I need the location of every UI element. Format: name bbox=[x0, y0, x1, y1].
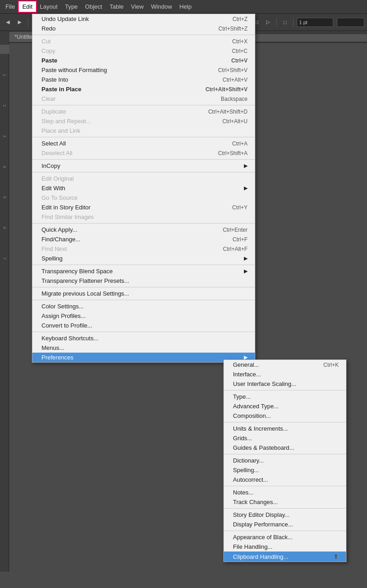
menu-edit-with[interactable]: Edit With ▶ bbox=[32, 183, 255, 193]
pref-interface[interactable]: Interface... bbox=[224, 369, 346, 379]
menu-convert-profile[interactable]: Convert to Profile... bbox=[32, 321, 255, 330]
pref-autocorrect[interactable]: Autocorrect... bbox=[224, 475, 346, 484]
toolbar-icon-8[interactable]: □ bbox=[280, 17, 290, 27]
pref-interface-label: Interface... bbox=[233, 371, 261, 378]
color-swatch[interactable] bbox=[337, 18, 364, 27]
pref-units[interactable]: Units & Increments... bbox=[224, 424, 346, 433]
menubar-window[interactable]: Window bbox=[147, 1, 176, 12]
toolbar-sep-5 bbox=[293, 18, 294, 27]
menu-incopy[interactable]: InCopy ▶ bbox=[32, 161, 255, 171]
menu-select-all[interactable]: Select All Ctrl+A bbox=[32, 139, 255, 148]
menubar-help[interactable]: Help bbox=[176, 1, 195, 12]
menu-edit-original[interactable]: Edit Original bbox=[32, 174, 255, 183]
menu-paste[interactable]: Paste Ctrl+V bbox=[32, 56, 255, 65]
pref-display-perf[interactable]: Display Performance... bbox=[224, 520, 346, 529]
menu-deselect-all[interactable]: Deselect All Ctrl+Shift+A bbox=[32, 148, 255, 158]
pref-general-shortcut: Ctrl+K bbox=[323, 362, 339, 368]
menu-edit-story-label: Edit in Story Editor bbox=[41, 204, 91, 211]
toolbar-sep-1 bbox=[28, 18, 28, 27]
pref-spelling-label: Spelling... bbox=[233, 467, 259, 474]
pref-track-changes[interactable]: Track Changes... bbox=[224, 497, 346, 507]
menu-find-change[interactable]: Find/Change... Ctrl+F bbox=[32, 234, 255, 244]
menu-copy-label: Copy bbox=[41, 47, 55, 54]
menu-cut[interactable]: Cut Ctrl+X bbox=[32, 36, 255, 46]
pref-sep1 bbox=[224, 390, 346, 390]
menu-find-next[interactable]: Find Next Ctrl+Alt+F bbox=[32, 244, 255, 254]
menu-undo[interactable]: Undo Update Link Ctrl+Z bbox=[32, 14, 255, 24]
left-sidebar: 1 2 3 4 5 6 7 bbox=[0, 43, 9, 572]
toolbar-icon-7[interactable]: ▷ bbox=[263, 17, 273, 27]
menu-assign-profiles[interactable]: Assign Profiles... bbox=[32, 311, 255, 321]
menu-paste-no-format[interactable]: Paste without Formatting Ctrl+Shift+V bbox=[32, 65, 255, 75]
ruler-vertical-label-6: 6 bbox=[2, 227, 7, 229]
menu-copy[interactable]: Copy Ctrl+C bbox=[32, 46, 255, 56]
menu-incopy-label: InCopy bbox=[41, 162, 60, 169]
menu-duplicate[interactable]: Duplicate Ctrl+Alt+Shift+D bbox=[32, 107, 255, 116]
pref-composition[interactable]: Composition... bbox=[224, 411, 346, 421]
menu-menus[interactable]: Menus... bbox=[32, 343, 255, 353]
menu-edit-story[interactable]: Edit in Story Editor Ctrl+Y bbox=[32, 203, 255, 212]
menu-go-to-source-label: Go To Source bbox=[41, 194, 78, 201]
toolbar-icon-2[interactable]: ▶ bbox=[15, 17, 25, 27]
menubar-view[interactable]: View bbox=[127, 1, 147, 12]
menu-undo-label: Undo Update Link bbox=[41, 16, 89, 22]
menubar-type[interactable]: Type bbox=[61, 1, 81, 12]
menu-quick-apply[interactable]: Quick Apply... Ctrl+Enter bbox=[32, 225, 255, 234]
menu-step-repeat[interactable]: Step and Repeat... Ctrl+Alt+U bbox=[32, 116, 255, 126]
menu-preferences[interactable]: Preferences ▶ bbox=[32, 353, 255, 362]
menu-go-to-source[interactable]: Go To Source bbox=[32, 193, 255, 203]
pref-advanced-type-label: Advanced Type... bbox=[233, 403, 279, 410]
pref-ui-scaling[interactable]: User Interface Scaling... bbox=[224, 379, 346, 389]
menubar-object[interactable]: Object bbox=[82, 1, 106, 12]
pref-file-handling[interactable]: File Handling... bbox=[224, 542, 346, 552]
menu-find-next-label: Find Next bbox=[41, 245, 67, 252]
menu-spelling[interactable]: Spelling ▶ bbox=[32, 254, 255, 263]
pref-story-editor-label: Story Editor Display... bbox=[233, 511, 289, 518]
trans-blend-arrow-icon: ▶ bbox=[244, 268, 248, 274]
toolbar-icon-1[interactable]: ◀ bbox=[3, 17, 13, 27]
incopy-arrow-icon: ▶ bbox=[244, 163, 248, 169]
pref-dictionary[interactable]: Dictionary... bbox=[224, 456, 346, 465]
menu-color-settings[interactable]: Color Settings... bbox=[32, 302, 255, 311]
menu-clear[interactable]: Clear Backspace bbox=[32, 94, 255, 104]
menu-keyboard[interactable]: Keyboard Shortcuts... bbox=[32, 333, 255, 343]
menu-migrate[interactable]: Migrate previous Local Settings... bbox=[32, 289, 255, 298]
menubar-layout[interactable]: Layout bbox=[36, 1, 61, 12]
menu-trans-blend-label: Transparency Blend Space bbox=[41, 268, 113, 275]
pref-spelling[interactable]: Spelling... bbox=[224, 465, 346, 475]
pref-ui-scaling-label: User Interface Scaling... bbox=[233, 380, 296, 387]
pt-input[interactable]: 1 pt bbox=[297, 18, 333, 27]
pref-appearance-black[interactable]: Appearance of Black... bbox=[224, 532, 346, 542]
menubar-table[interactable]: Table bbox=[106, 1, 127, 12]
menu-trans-blend[interactable]: Transparency Blend Space ▶ bbox=[32, 266, 255, 276]
pref-guides[interactable]: Guides & Pasteboard... bbox=[224, 443, 346, 453]
pref-advanced-type[interactable]: Advanced Type... bbox=[224, 401, 346, 411]
pref-notes-label: Notes... bbox=[233, 489, 253, 496]
pref-general[interactable]: General... Ctrl+K bbox=[224, 360, 346, 369]
spelling-arrow-icon: ▶ bbox=[244, 255, 248, 261]
menu-duplicate-shortcut: Ctrl+Alt+Shift+D bbox=[208, 109, 248, 115]
menu-find-similar[interactable]: Find Similar Images bbox=[32, 212, 255, 222]
sep7 bbox=[32, 265, 255, 265]
menu-select-all-shortcut: Ctrl+A bbox=[232, 140, 248, 147]
pref-type[interactable]: Type... bbox=[224, 392, 346, 401]
menubar-edit[interactable]: Edit bbox=[19, 1, 36, 12]
menu-deselect-all-label: Deselect All bbox=[41, 150, 72, 156]
toolbar-sep-4 bbox=[276, 18, 277, 27]
menu-paste-into[interactable]: Paste Into Ctrl+Alt+V bbox=[32, 75, 255, 84]
menu-edit-with-label: Edit With bbox=[41, 185, 65, 192]
menu-find-similar-label: Find Similar Images bbox=[41, 213, 94, 220]
menu-trans-flatten[interactable]: Transparency Flattener Presets... bbox=[32, 276, 255, 286]
pref-clipboard-label: Clipboard Handling... bbox=[233, 553, 288, 560]
pref-notes[interactable]: Notes... bbox=[224, 488, 346, 497]
menu-paste-no-format-label: Paste without Formatting bbox=[41, 67, 107, 73]
pref-story-editor[interactable]: Story Editor Display... bbox=[224, 510, 346, 520]
pref-grids[interactable]: Grids... bbox=[224, 433, 346, 443]
ruler-label-1 bbox=[0, 45, 9, 54]
menu-paste-in-place[interactable]: Paste in Place Ctrl+Alt+Shift+V bbox=[32, 84, 255, 94]
menu-redo-shortcut: Ctrl+Shift+Z bbox=[218, 26, 248, 32]
menu-redo[interactable]: Redo Ctrl+Shift+Z bbox=[32, 24, 255, 33]
menubar-file[interactable]: File bbox=[2, 1, 19, 12]
menu-place-link[interactable]: Place and Link bbox=[32, 126, 255, 135]
pref-clipboard[interactable]: Clipboard Handling... ⬆ bbox=[224, 552, 346, 562]
